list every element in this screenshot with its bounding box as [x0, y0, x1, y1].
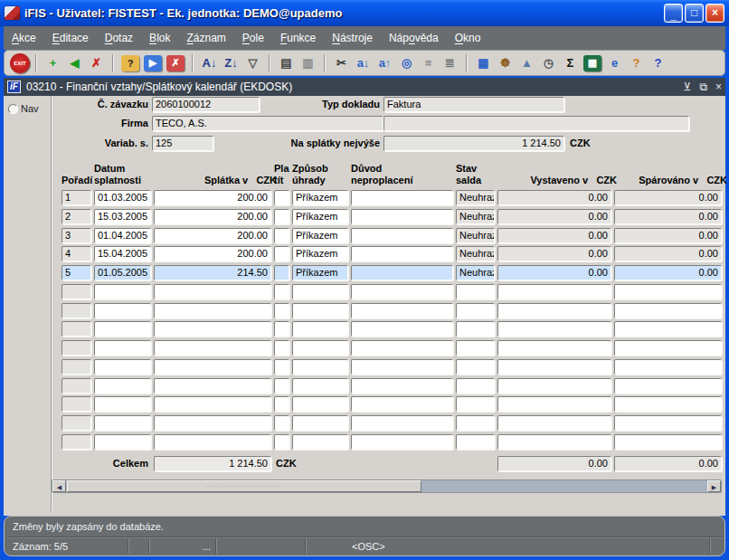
cell-vystaveno[interactable]: [497, 340, 611, 356]
cell-platit[interactable]: [274, 434, 289, 450]
cell-zpusob[interactable]: [292, 396, 348, 412]
close-button[interactable]: ×: [705, 4, 724, 23]
sort-descending-icon[interactable]: Z↓: [221, 53, 241, 72]
exit-button-icon[interactable]: EXIT: [10, 53, 30, 73]
cell-vystaveno[interactable]: 0.00: [497, 265, 611, 280]
cell-zpusob[interactable]: [292, 284, 348, 299]
cell-datum[interactable]: 01.05.2005: [94, 265, 151, 280]
cell-platit[interactable]: [274, 396, 289, 412]
cell-sparovano[interactable]: 0.00: [614, 265, 722, 280]
print-preview-icon[interactable]: ▥: [298, 53, 318, 72]
cell-stav[interactable]: [456, 340, 495, 356]
menu-item-dotaz[interactable]: Dotaz: [97, 29, 141, 47]
cell-stav[interactable]: [456, 284, 495, 299]
cell-datum[interactable]: [94, 378, 151, 394]
cell-stav[interactable]: [456, 359, 495, 375]
scroll-left-arrow[interactable]: ◀: [52, 480, 66, 492]
cell-sparovano[interactable]: [614, 396, 722, 412]
cell-poradi[interactable]: [62, 415, 91, 431]
cell-splatka[interactable]: 200.00: [154, 246, 271, 261]
cell-zpusob[interactable]: [292, 321, 348, 337]
menu-item-zaznam[interactable]: Záznam: [178, 29, 233, 47]
cell-stav[interactable]: Neuhraze: [456, 209, 495, 224]
cancel-query-icon[interactable]: ✗: [166, 55, 185, 71]
cell-poradi[interactable]: [62, 284, 91, 299]
cell-platit[interactable]: [274, 246, 289, 261]
cell-poradi[interactable]: 1: [62, 190, 91, 205]
cell-platit[interactable]: [274, 303, 289, 318]
cell-zpusob[interactable]: [292, 415, 348, 431]
cell-platit[interactable]: [274, 265, 289, 280]
inner-window-titlebar[interactable]: iF 03210 - Finanční vztahy/Splátkový kal…: [4, 78, 725, 96]
delete-record-icon[interactable]: ✗: [86, 53, 107, 72]
menu-item-akce[interactable]: Akce: [4, 29, 44, 47]
execute-query-icon[interactable]: ▶: [144, 55, 162, 71]
cell-poradi[interactable]: [62, 303, 91, 318]
cell-duvod[interactable]: [351, 190, 453, 205]
cut-icon[interactable]: ✂: [331, 53, 352, 72]
form-detail-icon[interactable]: ▦: [473, 53, 494, 72]
cell-zpusob[interactable]: [292, 303, 348, 318]
cell-stav[interactable]: [456, 396, 495, 412]
sum-icon[interactable]: Σ: [560, 53, 581, 72]
maximize-button[interactable]: □: [685, 4, 704, 23]
cell-datum[interactable]: 01.03.2005: [94, 190, 151, 205]
cell-vystaveno[interactable]: 0.00: [497, 190, 611, 205]
cell-datum[interactable]: [94, 434, 151, 450]
menu-item-editace[interactable]: Editace: [44, 29, 97, 47]
outline-detail-icon[interactable]: ≣: [440, 53, 460, 72]
cell-stav[interactable]: [456, 321, 495, 337]
cell-sparovano[interactable]: [614, 340, 722, 356]
help-icon[interactable]: ?: [648, 53, 668, 72]
scrollbar-thumb[interactable]: ··················: [67, 480, 421, 492]
scroll-right-arrow[interactable]: ▶: [707, 480, 721, 492]
clock-icon[interactable]: ◷: [538, 53, 559, 72]
cell-datum[interactable]: [94, 303, 151, 318]
cell-zpusob[interactable]: [292, 359, 348, 375]
cell-duvod[interactable]: [351, 415, 453, 431]
cell-vystaveno[interactable]: [497, 321, 611, 337]
cell-sparovano[interactable]: [614, 321, 722, 337]
cell-duvod[interactable]: [351, 434, 453, 450]
cell-sparovano[interactable]: [614, 378, 722, 394]
cell-splatka[interactable]: [154, 359, 271, 375]
cell-datum[interactable]: [94, 340, 151, 356]
cell-stav[interactable]: [456, 303, 495, 318]
cell-poradi[interactable]: [62, 321, 91, 337]
cell-zpusob[interactable]: Příkazem: [292, 190, 348, 205]
cell-poradi[interactable]: [62, 359, 91, 375]
cell-sparovano[interactable]: [614, 434, 722, 450]
cell-splatka[interactable]: [154, 415, 271, 431]
nav-radio[interactable]: Nav: [8, 103, 39, 114]
cell-sparovano[interactable]: [614, 284, 722, 299]
cell-sparovano[interactable]: 0.00: [614, 209, 722, 224]
cell-datum[interactable]: [94, 284, 151, 299]
cell-zpusob[interactable]: [292, 434, 348, 450]
cell-stav[interactable]: Neuhraze: [456, 265, 495, 280]
cell-platit[interactable]: [274, 209, 289, 224]
zavazek-field[interactable]: 2060100012: [152, 97, 260, 112]
find-icon[interactable]: ◎: [396, 53, 417, 72]
firma-field[interactable]: TECO, A.S.: [152, 116, 383, 131]
cell-duvod[interactable]: [351, 396, 453, 412]
cell-poradi[interactable]: [62, 434, 91, 450]
cell-duvod[interactable]: [351, 246, 453, 261]
cell-poradi[interactable]: [62, 378, 91, 394]
paste-icon[interactable]: a↑: [374, 53, 395, 72]
cell-datum[interactable]: [94, 396, 151, 412]
menu-item-napoveda[interactable]: Nápověda: [381, 29, 447, 47]
inner-restore-button[interactable]: ⧉: [699, 81, 707, 93]
menu-item-okno[interactable]: Okno: [447, 29, 489, 47]
cell-stav[interactable]: [456, 378, 495, 394]
cell-sparovano[interactable]: 0.00: [614, 228, 722, 243]
cell-poradi[interactable]: [62, 396, 91, 412]
cell-datum[interactable]: 15.04.2005: [94, 246, 151, 261]
cell-sparovano[interactable]: 0.00: [614, 246, 722, 261]
cell-splatka[interactable]: [154, 378, 271, 394]
cell-vystaveno[interactable]: [497, 396, 611, 412]
cell-zpusob[interactable]: Příkazem: [292, 246, 348, 261]
print-icon[interactable]: ▤: [276, 53, 297, 72]
navigator-wheel-icon[interactable]: ☸: [495, 53, 516, 72]
context-help-icon[interactable]: ?: [626, 53, 647, 72]
title-bar[interactable]: iFIS - Uživatel: FISTEST - Ek. jednotka:…: [0, 0, 729, 26]
